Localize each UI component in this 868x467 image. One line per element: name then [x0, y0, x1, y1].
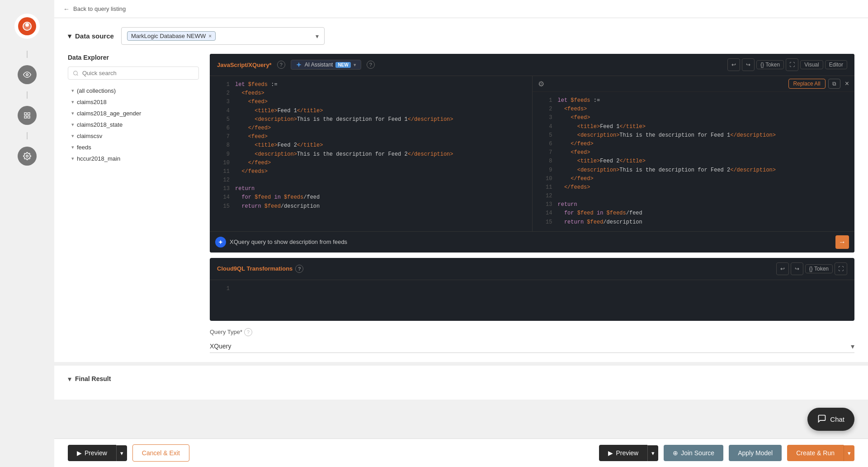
editor-title: JavaScript/XQuery* ? AI Assistant NEW ▾ …	[217, 60, 375, 70]
editor-header: JavaScript/XQuery* ? AI Assistant NEW ▾ …	[210, 54, 854, 76]
visual-button[interactable]: Visual	[800, 60, 823, 69]
back-link[interactable]: Back to query listing	[73, 5, 126, 12]
app-logo[interactable]	[14, 14, 40, 39]
data-source-toggle[interactable]: ▾ Data source	[68, 32, 114, 40]
svg-point-8	[26, 155, 28, 157]
preview-play-icon: ▶	[77, 449, 82, 457]
search-input[interactable]	[82, 70, 194, 76]
editor-help-icon[interactable]: ?	[277, 61, 285, 69]
tree-item-all-collections[interactable]: ▾ (all collections)	[68, 85, 199, 96]
sidebar-settings-icon[interactable]	[18, 147, 37, 166]
create-run-dropdown-button[interactable]: ▾	[844, 445, 854, 461]
svg-rect-7	[28, 116, 30, 118]
right-actions: ▶ Preview ▾ ⊕ Join Source Apply Model Cr…	[599, 445, 854, 461]
preview-right-dropdown-button[interactable]: ▾	[647, 445, 658, 461]
chat-bubble-icon	[817, 414, 826, 424]
editor-help2-icon[interactable]: ?	[367, 61, 375, 69]
chevron-icon: ▾	[71, 99, 74, 105]
query-type-select[interactable]: XQuery JavaScript	[210, 340, 854, 353]
tree-item-label: hccur2018_main	[77, 155, 120, 162]
preview-label: Preview	[85, 449, 107, 457]
cloud9-token-button[interactable]: {} Token	[805, 264, 833, 273]
svg-rect-6	[24, 116, 27, 118]
copy-button[interactable]: ⧉	[828, 79, 840, 89]
final-result-toggle-icon[interactable]: ▾	[68, 375, 71, 383]
apply-model-label: Apply Model	[738, 449, 773, 457]
tree-item-claims2018-age-gender[interactable]: ▾ claims2018_age_gender	[68, 108, 199, 119]
join-source-button[interactable]: ⊕ Join Source	[664, 445, 723, 461]
undo-button[interactable]: ↩	[727, 58, 740, 71]
chevron-icon: ▾	[71, 88, 74, 94]
sidebar-grid-icon[interactable]	[18, 106, 37, 125]
chat-label: Chat	[830, 415, 844, 423]
cloud9-fullscreen-button[interactable]: ⛶	[835, 262, 847, 275]
editor-lang-label: JavaScript/XQuery*	[217, 62, 272, 68]
create-run-button[interactable]: Create & Run	[787, 445, 844, 461]
preview-right-label: Preview	[616, 449, 638, 457]
redo-button[interactable]: ↪	[742, 58, 755, 71]
chat-fab-button[interactable]: Chat	[807, 408, 854, 431]
cloud9-title-text: Cloud9QL Transformations	[217, 265, 292, 272]
ai-assistant-badge[interactable]: AI Assistant NEW ▾	[291, 60, 361, 70]
tree-item-feeds[interactable]: ▾ feeds	[68, 142, 199, 153]
ai-send-button[interactable]: →	[835, 235, 849, 249]
code-area-right[interactable]: 1let $feeds := 2 <feeds> 3 <feed> 4 <tit…	[533, 92, 855, 231]
fullscreen-button[interactable]: ⛶	[786, 58, 798, 71]
preview-right-btn-group: ▶ Preview ▾	[599, 445, 658, 461]
query-type-label: Query Type* ?	[210, 328, 854, 336]
cloud9-code-area[interactable]: 1	[210, 280, 854, 321]
tree-item-claimscsv[interactable]: ▾ claimscsv	[68, 130, 199, 142]
datasource-remove-icon[interactable]: ×	[208, 33, 212, 39]
ai-prompt-icon	[215, 237, 226, 248]
preview-dropdown-button[interactable]: ▾	[116, 445, 127, 461]
cancel-exit-button[interactable]: Cancel & Exit	[132, 444, 189, 462]
sidebar-connector	[27, 51, 28, 58]
svg-point-9	[74, 71, 78, 75]
replace-all-button[interactable]: Replace All	[788, 79, 826, 89]
tree-item-label: claims2018_age_gender	[77, 110, 141, 117]
datasource-select[interactable]: MarkLogic Database NEWW × ▾	[121, 27, 325, 45]
query-type-select-wrapper: XQuery JavaScript ▾	[210, 340, 854, 353]
chevron-down-icon: ▾	[68, 32, 71, 40]
tree-item-hccur2018-main[interactable]: ▾ hccur2018_main	[68, 153, 199, 164]
diff-settings-icon[interactable]: ⚙	[538, 80, 544, 88]
editor-right-pane[interactable]: ⚙ Replace All ⧉ × 1let $feeds :=	[532, 76, 855, 231]
preview-button[interactable]: ▶ Preview	[68, 445, 116, 461]
datasource-tag: MarkLogic Database NEWW ×	[127, 31, 216, 41]
svg-rect-4	[24, 113, 27, 115]
ai-sparkle-icon	[296, 62, 302, 68]
logo-icon	[18, 17, 36, 35]
ai-prompt-text: XQuery query to show description from fe…	[230, 238, 832, 245]
top-nav: ← Back to query listing	[54, 0, 868, 18]
query-type-help-icon[interactable]: ?	[244, 328, 252, 336]
tree-item-claims2018[interactable]: ▾ claims2018	[68, 96, 199, 108]
ai-new-badge: NEW	[335, 62, 350, 68]
main-content: ← Back to query listing ▾ Data source Ma…	[54, 0, 868, 400]
cloud9-undo-button[interactable]: ↩	[776, 262, 789, 275]
editor-left-pane[interactable]: 1let $feeds := 2 <feeds> 3 <feed> 4 <tit…	[210, 76, 532, 231]
apply-model-button[interactable]: Apply Model	[729, 445, 782, 461]
tree-item-label: claims2018_state	[77, 121, 123, 128]
datasource-dropdown-icon: ▾	[316, 33, 319, 40]
tree-item-label: (all collections)	[77, 87, 116, 94]
search-box[interactable]	[68, 67, 199, 80]
chevron-icon: ▾	[71, 144, 74, 150]
preview-right-button[interactable]: ▶ Preview	[599, 445, 647, 461]
editor-toolbar: ↩ ↪ {} Token ⛶ Visual Editor	[727, 58, 847, 71]
tree-item-claims2018-state[interactable]: ▾ claims2018_state	[68, 119, 199, 130]
cloud9-help-icon[interactable]: ?	[295, 265, 303, 273]
chevron-icon: ▾	[71, 110, 74, 116]
editor-mode-button[interactable]: Editor	[825, 60, 847, 69]
bottom-action-bar: ▶ Preview ▾ Cancel & Exit ▶ Preview ▾ ⊕ …	[54, 438, 868, 467]
cloud9-redo-button[interactable]: ↪	[791, 262, 803, 275]
sidebar-connector-2	[27, 91, 28, 99]
search-icon	[73, 70, 79, 76]
token-button[interactable]: {} Token	[756, 60, 784, 69]
tree-item-label: feeds	[77, 144, 91, 151]
close-diff-button[interactable]: ×	[845, 80, 849, 88]
join-source-icon: ⊕	[673, 449, 678, 457]
sidebar-eye-icon[interactable]	[18, 65, 37, 84]
cloud9-header: Cloud9QL Transformations ? ↩ ↪ {} Token …	[210, 258, 854, 280]
code-area-left[interactable]: 1let $feeds := 2 <feeds> 3 <feed> 4 <tit…	[210, 76, 532, 215]
final-result-section: ▾ Final Result	[54, 366, 868, 400]
